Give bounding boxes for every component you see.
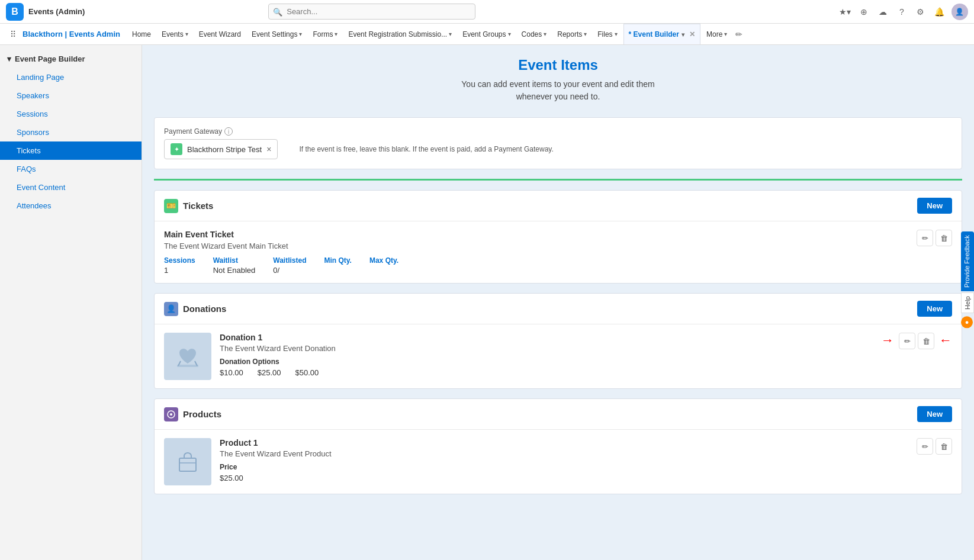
feedback-tab[interactable]: Provide Feedback [961,231,974,291]
grid-icon[interactable]: ⠿ [5,26,21,43]
sidebar-item-attendees[interactable]: Attendees [0,197,142,215]
tickets-card-header: 🎫 Tickets New [155,191,962,221]
sidebar-item-faqs[interactable]: FAQs [0,160,142,178]
donation-prices: $10.00 $25.00 $50.00 [220,368,873,377]
product-item: Product 1 The Event Wizard Event Product… [155,430,962,494]
payment-info-icon[interactable]: i [224,127,233,136]
svg-point-2 [170,413,172,416]
sidebar-section-header[interactable]: ▾ Event Page Builder [0,50,142,68]
nav-app-title[interactable]: Blackthorn | Events Admin [22,30,120,38]
notification-dot[interactable]: ● [961,317,973,329]
product-delete-button[interactable]: 🗑 [936,438,952,455]
reg-chevron: ▾ [449,31,452,37]
tab-close-icon[interactable]: ✕ [689,30,695,38]
nav-item-events[interactable]: Events ▾ [157,24,193,45]
codes-chevron: ▾ [544,31,547,37]
nav-edit-icon[interactable]: ✏ [735,30,742,39]
help-tab[interactable]: Help [961,292,974,313]
feedback-bar: Provide Feedback Help ● [961,231,974,328]
donation-name: Donation 1 [220,333,873,342]
favorites-icon[interactable]: ★▾ [838,5,852,19]
nav-item-wizard[interactable]: Event Wizard [194,24,246,45]
donations-new-button[interactable]: New [917,301,952,317]
tickets-card-title: 🎫 Tickets [164,199,213,213]
sidebar-item-speakers[interactable]: Speakers [0,86,142,105]
ticket-meta: Sessions 1 Waitlist Not Enabled Waitlist… [164,256,398,275]
products-new-button[interactable]: New [917,406,952,422]
nav-item-codes[interactable]: Codes ▾ [517,24,552,45]
nav-item-settings[interactable]: Event Settings ▾ [247,24,307,45]
payment-row: ✦ Blackthorn Stripe Test × If the event … [164,139,952,159]
products-section-icon [164,407,178,421]
sidebar-item-tickets[interactable]: Tickets [0,141,142,160]
svg-rect-0 [177,365,198,367]
payment-label: Payment Gateway i [164,127,952,136]
meta-waitlisted: Waitlisted 0/ [273,256,306,275]
donation-edit-button[interactable]: ✏ [899,333,915,349]
help-icon[interactable]: ? [895,5,909,19]
top-right-icons: ★▾ ⊕ ☁ ? ⚙ 🔔 👤 [838,4,968,20]
top-bar: B Events (Admin) 🔍 ★▾ ⊕ ☁ ? ⚙ 🔔 👤 [0,0,974,24]
ticket-edit-button[interactable]: ✏ [917,230,933,246]
donation-thumbnail [164,333,211,380]
product-price-label: Price [220,463,908,471]
sidebar-collapse-icon: ▾ [7,54,11,63]
main-layout: ▾ Event Page Builder Landing Page Speake… [0,45,974,560]
app-logo: B [6,3,24,21]
nav-item-home[interactable]: Home [127,24,156,45]
sidebar-item-sponsors[interactable]: Sponsors [0,123,142,141]
payment-clear-button[interactable]: × [266,144,271,154]
nav-more[interactable]: More ▾ [702,30,732,38]
ticket-delete-button[interactable]: 🗑 [936,230,952,246]
donation-item: Donation 1 The Event Wizard Event Donati… [155,324,962,388]
nav-tab-label: * Event Builder [629,30,679,38]
sidebar-item-sessions[interactable]: Sessions [0,105,142,123]
nav-item-forms[interactable]: Forms ▾ [308,24,342,45]
page-title: Event Items [154,57,962,73]
tickets-section: 🎫 Tickets New Main Event Ticket The Even… [154,190,962,284]
meta-min-qty: Min Qty. [324,256,352,275]
forms-chevron: ▾ [335,31,337,37]
red-arrow-right: ← [939,333,952,348]
notifications-icon[interactable]: 🔔 [933,5,947,19]
tickets-card: 🎫 Tickets New Main Event Ticket The Even… [154,190,962,284]
products-card-title: Products [164,407,221,421]
product-edit-button[interactable]: ✏ [917,438,933,455]
nav-item-registration[interactable]: Event Registration Submissio... ▾ [343,24,457,45]
payment-gateway-value: Blackthorn Stripe Test [187,145,262,154]
products-section: Products New Product 1 The Event [154,398,962,494]
tab-chevron: ▾ [682,31,684,38]
search-icon: 🔍 [273,7,282,16]
tickets-new-button[interactable]: New [917,198,952,214]
add-icon[interactable]: ⊕ [857,5,871,19]
page-subtitle: You can add event items to your event an… [154,78,962,103]
files-chevron: ▾ [615,31,618,37]
ticket-item: Main Event Ticket The Event Wizard Event… [155,221,962,283]
donation-price-3: $50.00 [295,368,319,377]
product-details: Product 1 The Event Wizard Event Product… [220,438,908,482]
payment-input[interactable]: ✦ Blackthorn Stripe Test × [164,139,278,159]
tickets-section-icon: 🎫 [164,199,178,213]
donation-description: The Event Wizard Event Donation [220,344,873,353]
donation-delete-button[interactable]: 🗑 [918,333,934,349]
payment-gateway-section: Payment Gateway i ✦ Blackthorn Stripe Te… [154,117,962,169]
settings-icon[interactable]: ⚙ [914,5,928,19]
nav-item-files[interactable]: Files ▾ [593,24,622,45]
user-avatar[interactable]: 👤 [952,4,968,20]
sidebar-item-event-content[interactable]: Event Content [0,178,142,197]
reports-chevron: ▾ [584,31,587,37]
product-thumbnail [164,438,211,485]
nav-tab-event-builder[interactable]: * Event Builder ▾ ✕ [623,24,700,45]
sidebar-item-landing-page[interactable]: Landing Page [0,68,142,86]
donations-card-title: 👤 Donations [164,302,226,316]
events-chevron: ▾ [185,31,188,37]
nav-item-groups[interactable]: Event Groups ▾ [458,24,515,45]
search-bar: 🔍 [268,4,475,20]
ticket-row: Main Event Ticket The Event Wizard Event… [164,230,952,275]
donations-section: 👤 Donations New Donation 1 [154,293,962,389]
nav-item-reports[interactable]: Reports ▾ [552,24,592,45]
search-input[interactable] [268,4,475,20]
sidebar-section-title: Event Page Builder [15,54,85,63]
cloud-icon[interactable]: ☁ [876,5,890,19]
ticket-details: Main Event Ticket The Event Wizard Event… [164,230,398,275]
